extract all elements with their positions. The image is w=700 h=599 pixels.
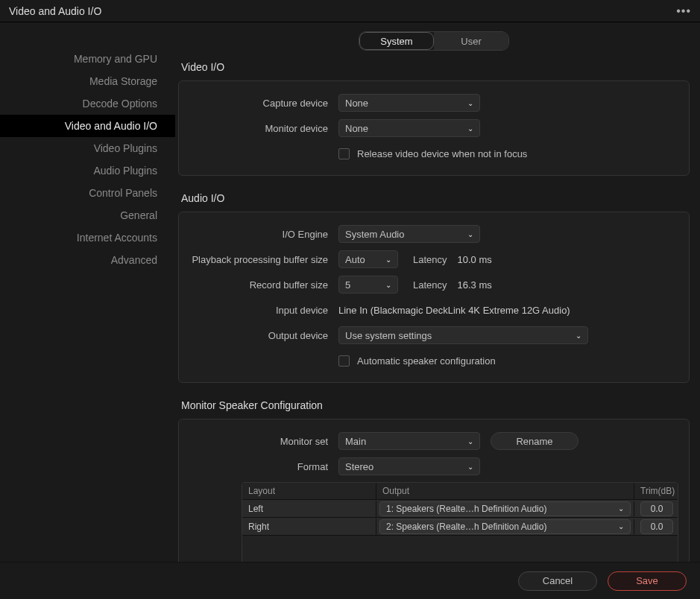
trim-input[interactable]: 0.0 — [640, 519, 673, 534]
sidebar-item-internet-accounts[interactable]: Internet Accounts — [0, 226, 175, 249]
chevron-down-icon: ⌄ — [618, 522, 624, 530]
input-device-value: Line In (Blackmagic DeckLink 4K Extreme … — [338, 305, 570, 316]
sidebar-item-general[interactable]: General — [0, 204, 175, 226]
chevron-down-icon: ⌄ — [385, 281, 391, 289]
release-device-checkbox[interactable] — [338, 148, 350, 159]
sidebar-item-memory-gpu[interactable]: Memory and GPU — [0, 48, 175, 70]
capture-device-select[interactable]: None ⌄ — [338, 94, 480, 112]
auto-speaker-checkbox[interactable] — [338, 355, 350, 367]
select-value: Use system settings — [345, 330, 432, 341]
chevron-down-icon: ⌄ — [467, 230, 473, 238]
sidebar-item-label: Video and Audio I/O — [65, 120, 157, 132]
td-layout: Left — [242, 501, 376, 517]
sidebar-item-label: Decode Options — [83, 98, 157, 110]
main-content: System User Video I/O Capture device Non… — [175, 22, 700, 562]
sidebar-item-label: Control Panels — [89, 187, 157, 199]
playback-buffer-select[interactable]: Auto ⌄ — [338, 250, 398, 268]
section-audio-io: I/O Engine System Audio ⌄ Playback proce… — [178, 212, 690, 383]
tab-label: User — [461, 36, 481, 47]
monitor-device-label: Monitor device — [189, 123, 338, 134]
sidebar-item-video-audio-io[interactable]: Video and Audio I/O — [0, 115, 175, 137]
select-value: Stereo — [345, 461, 373, 472]
output-channel-select[interactable]: 2: Speakers (Realte…h Definition Audio) … — [379, 519, 631, 534]
sidebar-item-audio-plugins[interactable]: Audio Plugins — [0, 159, 175, 182]
chevron-down-icon: ⌄ — [467, 437, 473, 446]
section-video-io: Capture device None ⌄ Monitor device Non… — [178, 80, 690, 176]
section-title-audio-io: Audio I/O — [178, 186, 690, 212]
trim-value: 0.0 — [651, 522, 663, 532]
chevron-down-icon: ⌄ — [467, 124, 473, 133]
sidebar-item-video-plugins[interactable]: Video Plugins — [0, 137, 175, 159]
select-value: None — [345, 98, 368, 109]
output-channel-select[interactable]: 1: Speakers (Realte…h Definition Audio) … — [379, 501, 631, 516]
select-value: System Audio — [345, 229, 405, 240]
chevron-down-icon: ⌄ — [385, 256, 391, 264]
select-value: Auto — [345, 254, 365, 265]
io-engine-label: I/O Engine — [189, 229, 338, 240]
format-label: Format — [189, 461, 338, 472]
format-select[interactable]: Stereo ⌄ — [338, 457, 480, 475]
cancel-button[interactable]: Cancel — [518, 571, 597, 591]
chevron-down-icon: ⌄ — [576, 332, 581, 340]
select-value: None — [345, 123, 368, 134]
playback-latency-label: Latency — [413, 254, 447, 265]
top-tabset: System User — [359, 31, 509, 51]
more-options-icon[interactable]: ••• — [676, 4, 691, 18]
chevron-down-icon: ⌄ — [618, 504, 624, 513]
chevron-down-icon: ⌄ — [467, 99, 473, 107]
sidebar-item-control-panels[interactable]: Control Panels — [0, 182, 175, 204]
auto-speaker-label: Automatic speaker configuration — [357, 355, 496, 367]
monitor-device-select[interactable]: None ⌄ — [338, 119, 480, 137]
button-label: Rename — [516, 436, 552, 447]
th-output: Output — [376, 483, 634, 499]
capture-device-label: Capture device — [189, 98, 338, 109]
output-device-select[interactable]: Use system settings ⌄ — [338, 326, 588, 344]
sidebar-item-label: Advanced — [111, 254, 157, 266]
tab-label: System — [380, 36, 412, 47]
speaker-table: Layout Output Trim(dB) Left 1: Speakers … — [242, 482, 678, 562]
save-button[interactable]: Save — [608, 571, 687, 591]
body: Memory and GPU Media Storage Decode Opti… — [0, 22, 700, 562]
tab-user[interactable]: User — [434, 32, 508, 50]
table-empty-space — [242, 536, 678, 562]
th-layout: Layout — [242, 483, 376, 499]
select-value: 2: Speakers (Realte…h Definition Audio) — [386, 522, 546, 532]
sidebar-item-advanced[interactable]: Advanced — [0, 249, 175, 271]
button-label: Save — [636, 575, 658, 586]
playback-buffer-label: Playback processing buffer size — [189, 254, 338, 265]
sidebar-item-label: Internet Accounts — [77, 232, 157, 244]
table-row: Right 2: Speakers (Realte…h Definition A… — [242, 518, 678, 536]
th-trim: Trim(dB) — [634, 483, 678, 499]
record-buffer-label: Record buffer size — [189, 279, 338, 291]
footer: Cancel Save — [0, 562, 700, 599]
record-latency-label: Latency — [413, 279, 447, 291]
tab-system[interactable]: System — [359, 32, 434, 50]
table-header: Layout Output Trim(dB) — [242, 483, 678, 500]
sidebar-item-label: Audio Plugins — [93, 165, 157, 177]
rename-button[interactable]: Rename — [491, 432, 578, 450]
trim-input[interactable]: 0.0 — [640, 501, 673, 516]
window-title: Video and Audio I/O — [9, 5, 101, 17]
io-engine-select[interactable]: System Audio ⌄ — [338, 225, 480, 243]
top-tab-row: System User — [178, 22, 690, 55]
sidebar-item-media-storage[interactable]: Media Storage — [0, 70, 175, 92]
input-device-label: Input device — [189, 305, 338, 316]
record-buffer-select[interactable]: 5 ⌄ — [338, 276, 398, 294]
monitor-set-select[interactable]: Main ⌄ — [338, 432, 480, 450]
select-value: 1: Speakers (Realte…h Definition Audio) — [386, 504, 546, 514]
td-layout: Right — [242, 519, 376, 535]
section-monitor-speaker: Monitor set Main ⌄ Rename Format Stereo … — [178, 419, 690, 562]
section-title-video-io: Video I/O — [178, 55, 690, 80]
sidebar-item-label: General — [120, 209, 157, 221]
sidebar-item-label: Memory and GPU — [74, 53, 157, 65]
sidebar-item-decode-options[interactable]: Decode Options — [0, 92, 175, 115]
trim-value: 0.0 — [651, 504, 663, 514]
output-device-label: Output device — [189, 330, 338, 341]
monitor-set-label: Monitor set — [189, 436, 338, 447]
select-value: Main — [345, 436, 366, 447]
section-title-monitor-speaker: Monitor Speaker Configuration — [178, 393, 690, 419]
record-latency-value: 16.3 ms — [458, 279, 492, 291]
release-device-label: Release video device when not in focus — [357, 148, 527, 159]
titlebar: Video and Audio I/O ••• — [0, 0, 700, 22]
chevron-down-icon: ⌄ — [467, 463, 473, 471]
